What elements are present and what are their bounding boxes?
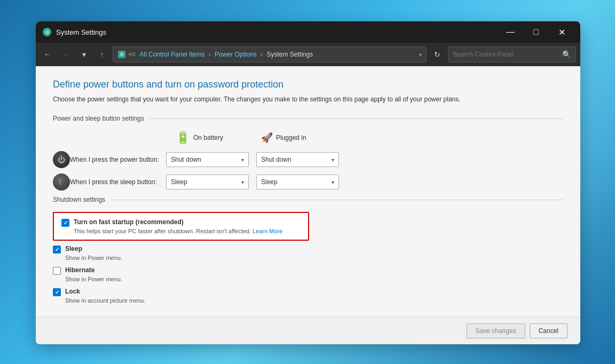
sleep-button-plugged-value: Sleep (261, 178, 278, 186)
cancel-button[interactable]: Cancel (530, 323, 567, 338)
sleep-button-row: When I press the sleep button: Sleep ▾ S… (53, 173, 563, 191)
hibernate-checkbox-label: Hibernate (65, 266, 94, 274)
plugged-in-label: Plugged in (276, 134, 306, 141)
plugged-in-column: 🚀 Plugged in (261, 132, 346, 144)
lock-checkbox[interactable] (53, 288, 61, 296)
back-button[interactable]: ← (40, 47, 55, 62)
hibernate-checkbox-desc: Show in Power menu. (53, 276, 563, 282)
sleep-shutdown-item: Sleep Show in Power menu. (53, 245, 563, 261)
sleep-checkbox-label: Sleep (65, 245, 82, 252)
sleep-button-label: When I press the sleep button: (70, 178, 166, 186)
minimize-button[interactable]: — (498, 23, 523, 41)
power-button-battery-dropdown[interactable]: Shut down ▾ (166, 152, 249, 167)
title-bar: ⚙ System Settings — □ ✕ (36, 21, 580, 43)
sleep-plugged-chevron: ▾ (332, 179, 334, 185)
learn-more-link[interactable]: Learn More (253, 228, 282, 234)
fast-startup-label: Turn on fast startup (recommended) (74, 218, 184, 226)
sleep-battery-chevron: ▾ (241, 179, 244, 185)
refresh-button[interactable]: ↻ (430, 47, 445, 62)
close-button[interactable]: ✕ (549, 23, 574, 41)
main-window: ⚙ System Settings — □ ✕ ← → ▾ ↑ ⚙ << All… (36, 21, 580, 344)
power-button-plugged-value: Shut down (261, 156, 291, 163)
shutdown-section-header: Shutdown settings (53, 196, 563, 203)
power-button-plugged-dropdown[interactable]: Shut down ▾ (256, 152, 339, 167)
sleep-checkbox[interactable] (53, 246, 61, 254)
sleep-checkbox-row: Sleep (53, 245, 563, 254)
hibernate-checkbox-row: Hibernate (53, 266, 563, 275)
power-sleep-section-label: Power and sleep button settings (53, 115, 144, 122)
sleep-button-plugged-dropdown[interactable]: Sleep ▾ (256, 175, 339, 189)
shutdown-section: Shutdown settings Turn on fast startup (… (53, 196, 563, 304)
content-area: Define power buttons and turn on passwor… (36, 66, 580, 344)
content-inner: Define power buttons and turn on passwor… (36, 66, 580, 316)
lock-checkbox-label: Lock (65, 288, 80, 295)
breadcrumb-text: << All Control Panel Items › Power Optio… (128, 51, 417, 58)
breadcrumb-arrow2: › (261, 51, 264, 58)
shutdown-section-divider (111, 200, 563, 200)
sleep-button-battery-dropdown[interactable]: Sleep ▾ (166, 175, 249, 189)
power-button-label: When I press the power button: (70, 156, 166, 163)
maximize-button[interactable]: □ (524, 23, 548, 41)
lock-item: Lock Show in account picture menu. (53, 288, 563, 304)
fast-startup-box: Turn on fast startup (recommended) This … (53, 212, 309, 241)
power-sleep-section-header: Power and sleep button settings (53, 115, 563, 122)
svg-text:⚙: ⚙ (45, 29, 50, 35)
address-chevron-icon: ▾ (419, 52, 422, 58)
sleep-checkbox-desc: Show in Power menu. (53, 255, 563, 261)
save-changes-button[interactable]: Save changes (467, 323, 525, 338)
power-battery-chevron: ▾ (241, 157, 244, 163)
breadcrumb-arrow1: › (209, 51, 212, 58)
lock-checkbox-row: Lock (53, 288, 563, 296)
fast-startup-checkbox[interactable] (61, 219, 69, 227)
breadcrumb-item2[interactable]: Power Options (215, 51, 257, 58)
hibernate-checkbox[interactable] (53, 267, 61, 275)
on-battery-label: On battery (193, 134, 223, 141)
sleep-button-battery-value: Sleep (171, 178, 187, 186)
app-icon: ⚙ (42, 27, 52, 37)
power-button-battery-value: Shut down (171, 156, 201, 163)
power-button-row: When I press the power button: Shut down… (53, 151, 563, 168)
lock-checkbox-desc: Show in account picture menu. (53, 297, 563, 304)
forward-button[interactable]: → (58, 47, 73, 62)
search-input[interactable] (453, 51, 559, 58)
plug-icon: 🚀 (261, 132, 273, 144)
settings-columns: 🔋 On battery 🚀 Plugged in (53, 131, 563, 145)
search-button[interactable]: 🔍 (562, 50, 571, 59)
battery-icon: 🔋 (176, 131, 190, 145)
power-button-icon (53, 151, 70, 168)
breadcrumb-item3[interactable]: System Settings (267, 51, 313, 58)
up-button[interactable]: ↑ (94, 47, 109, 62)
window-controls: — □ ✕ (498, 23, 574, 41)
breadcrumb-separator: << (128, 51, 136, 58)
address-icon: ⚙ (117, 50, 126, 59)
svg-text:⚙: ⚙ (120, 52, 124, 57)
fast-startup-item: Turn on fast startup (recommended) (61, 218, 301, 227)
address-bar: ← → ▾ ↑ ⚙ << All Control Panel Items › P… (36, 43, 580, 66)
power-plugged-chevron: ▾ (332, 157, 334, 163)
page-desc: Choose the power settings that you want … (53, 94, 563, 104)
on-battery-column: 🔋 On battery (176, 131, 261, 145)
page-title: Define power buttons and turn on passwor… (53, 79, 563, 90)
footer: Save changes Cancel (36, 316, 580, 344)
section-divider (149, 118, 563, 119)
shutdown-section-label: Shutdown settings (53, 196, 105, 203)
sleep-button-icon (53, 173, 70, 191)
window-title: System Settings (56, 28, 498, 36)
dropdown-button[interactable]: ▾ (76, 47, 91, 62)
address-field[interactable]: ⚙ << All Control Panel Items › Power Opt… (113, 46, 427, 62)
search-box: 🔍 (448, 46, 576, 62)
breadcrumb-item1[interactable]: All Control Panel Items (139, 51, 204, 58)
fast-startup-desc: This helps start your PC faster after sh… (61, 228, 301, 234)
hibernate-item: Hibernate Show in Power menu. (53, 266, 563, 282)
